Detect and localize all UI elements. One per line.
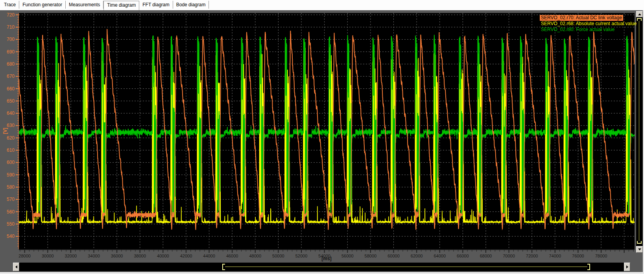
time-diagram-panel: 5405505605705805906006106206306406506606…: [0, 10, 644, 272]
h-scrollbar-left-button[interactable]: [13, 263, 19, 271]
trace-dc-link-voltage: [19, 29, 635, 230]
x-tick-label: 42000: [180, 254, 192, 258]
x-tick-label: 58000: [365, 254, 377, 258]
y-tick-label: 630: [7, 123, 15, 128]
arrow-right-icon: [626, 265, 628, 268]
v-scrollbar-range-line: [639, 21, 639, 241]
tab-measurements[interactable]: Measurements: [66, 1, 103, 9]
y-tick-label: 710: [7, 24, 15, 30]
x-tick-label: 70000: [503, 254, 515, 258]
y-tick-label: 680: [7, 61, 15, 67]
y-tick-label: 560: [7, 209, 15, 215]
x-axis-unit-label: [ms]: [311, 256, 342, 261]
tab-bode-diagram[interactable]: Bode diagram: [173, 1, 209, 9]
x-tick-label: 62000: [411, 254, 423, 258]
legend-item-force-actual-value: SERVO_02.r80: Force actual value: [540, 27, 616, 33]
h-scrollbar-range-line: [225, 267, 587, 267]
x-tick-label: 76000: [572, 254, 584, 258]
tab-function-generator[interactable]: Function generator: [19, 1, 66, 9]
x-tick-label: 34000: [88, 254, 100, 258]
h-scrollbar-track[interactable]: [19, 263, 624, 271]
x-tick-label: 38000: [134, 254, 146, 258]
x-tick-label: 52000: [295, 254, 308, 258]
y-axis-unit-label: [V]: [2, 125, 8, 137]
y-tick-label: 600: [7, 160, 15, 165]
y-tick-label: 580: [7, 184, 15, 190]
legend: SERVO_02.r70: Actual DC link voltage SER…: [540, 15, 638, 33]
x-tick-label: 56000: [341, 254, 354, 258]
y-tick-label: 700: [7, 37, 15, 42]
x-tick-label: 40000: [157, 254, 169, 258]
tab-fft-diagram[interactable]: FFT diagram: [139, 1, 173, 9]
x-tick-label: 36000: [111, 254, 123, 258]
y-tick-label: 540: [7, 234, 15, 239]
arrow-down-icon: [638, 248, 641, 250]
x-tick-label: 78000: [595, 254, 607, 258]
x-tick-label: 48000: [249, 254, 261, 258]
x-tick-label: 44000: [203, 254, 215, 258]
h-scrollbar-right-button[interactable]: [624, 263, 630, 271]
v-scrollbar-range-end-bracket[interactable]: [637, 241, 642, 244]
y-tick-label: 650: [7, 98, 15, 104]
trace-group: [19, 29, 635, 230]
x-tick-label: 68000: [480, 254, 492, 258]
y-tick-label: 620: [7, 135, 15, 141]
x-tick-label: 64000: [434, 254, 446, 258]
y-tick-label: 690: [7, 49, 15, 55]
y-tick-label: 610: [7, 147, 15, 153]
legend-item-current-actual-value: SERVO_02.r68: Absolute current actual va…: [540, 21, 638, 27]
y-tick-label: 570: [7, 197, 15, 202]
diagram-tabbar: TraceFunction generatorMeasurementsTime …: [0, 0, 644, 10]
x-tick-label: 46000: [226, 254, 238, 258]
x-tick-label: 30000: [42, 254, 54, 258]
x-tick-label: 72000: [526, 254, 538, 258]
y-tick-label: 660: [7, 86, 15, 92]
x-tick-label: 60000: [388, 254, 400, 258]
y-tick-label: 720: [7, 12, 15, 18]
h-scrollbar-range-start-bracket[interactable]: [222, 264, 225, 270]
x-tick-label: 50000: [272, 254, 284, 258]
x-tick-label: 74000: [549, 254, 561, 258]
v-scrollbar-down-button[interactable]: [636, 246, 643, 253]
y-tick-label: 640: [7, 110, 15, 116]
x-tick-label: 66000: [457, 254, 469, 258]
legend-item-dc-link-voltage: SERVO_02.r70: Actual DC link voltage: [540, 15, 623, 21]
arrow-left-icon: [15, 265, 17, 268]
chart-canvas: 5405505605705805906006106206306406506606…: [19, 13, 635, 249]
trace-tool-window: TraceFunction generatorMeasurementsTime …: [0, 0, 644, 274]
y-tick-label: 550: [7, 221, 15, 227]
v-scrollbar-track[interactable]: [636, 17, 643, 246]
h-scrollbar-range-end-bracket[interactable]: [587, 264, 590, 270]
y-tick-label: 670: [7, 74, 15, 79]
arrow-up-icon: [638, 13, 641, 15]
tab-time-diagram[interactable]: Time diagram: [103, 1, 139, 10]
x-tick-label: 28000: [18, 254, 31, 258]
tab-trace[interactable]: Trace: [1, 1, 19, 9]
y-tick-label: 590: [7, 172, 15, 178]
x-tick-label: 32000: [65, 254, 77, 258]
